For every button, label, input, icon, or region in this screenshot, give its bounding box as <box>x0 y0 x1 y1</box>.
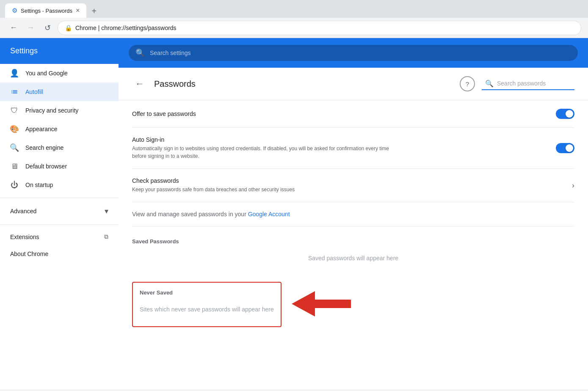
sidebar-header: Settings <box>0 38 119 64</box>
active-tab[interactable]: ⚙ Settings - Passwords × <box>5 3 86 18</box>
tab-title: Settings - Passwords <box>21 8 72 14</box>
google-account-link[interactable]: Google Account <box>248 211 290 218</box>
never-saved-empty: Sites which never save passwords will ap… <box>140 299 274 319</box>
sidebar-item-on-startup[interactable]: ⏻ On startup <box>0 176 119 194</box>
content-header: ← Passwords ? 🔍 <box>119 68 588 100</box>
offer-save-label: Offer to save passwords <box>132 110 556 117</box>
chevron-down-icon: ▾ <box>105 207 108 216</box>
list-icon <box>10 88 19 96</box>
google-account-text: View and manage saved passwords in your <box>132 211 248 218</box>
check-passwords-label: Check passwords <box>132 177 572 184</box>
search-passwords-icon: 🔍 <box>485 80 494 88</box>
passwords-back-button[interactable]: ← <box>132 76 147 91</box>
back-nav-button[interactable]: ← <box>7 21 20 35</box>
browser-window: ⚙ Settings - Passwords × + ← → ↺ 🔒 Chrom… <box>0 0 588 38</box>
search-passwords-wrap[interactable]: 🔍 <box>482 78 574 90</box>
never-saved-title: Never Saved <box>140 289 274 299</box>
auto-signin-row: Auto Sign-in Automatically sign in to we… <box>132 128 574 169</box>
address-text: Chrome | chrome://settings/passwords <box>75 25 177 31</box>
page-title: Passwords <box>154 79 196 89</box>
advanced-label: Advanced <box>10 208 36 215</box>
passwords-content: ← Passwords ? 🔍 Offer to save passwords <box>119 68 588 389</box>
offer-save-text: Offer to save passwords <box>132 110 556 117</box>
offer-save-toggle[interactable] <box>556 109 574 119</box>
auto-signin-text: Auto Sign-in Automatically sign in to we… <box>132 136 556 160</box>
tab-bar: ⚙ Settings - Passwords × + <box>0 0 588 18</box>
saved-passwords-title: Saved Passwords <box>132 230 574 248</box>
check-passwords-row[interactable]: Check passwords Keep your passwords safe… <box>132 169 574 202</box>
sidebar-about-chrome[interactable]: About Chrome <box>0 245 119 262</box>
saved-passwords-empty: Saved passwords will appear here <box>132 248 574 268</box>
sidebar-divider-2 <box>0 224 119 225</box>
search-passwords-input[interactable] <box>497 80 571 87</box>
address-bar[interactable]: 🔒 Chrome | chrome://settings/passwords <box>58 21 581 35</box>
check-passwords-chevron: › <box>572 181 574 190</box>
person-icon: 👤 <box>10 69 19 77</box>
never-saved-box: Never Saved Sites which never save passw… <box>132 282 282 327</box>
reload-button[interactable]: ↺ <box>41 21 54 35</box>
never-saved-area: Never Saved Sites which never save passw… <box>132 275 574 334</box>
browser-icon: 🖥 <box>10 162 19 171</box>
google-account-row: View and manage saved passwords in your … <box>132 202 574 226</box>
extensions-label: Extensions <box>10 234 39 240</box>
saved-passwords-section: Saved Passwords Saved passwords will app… <box>132 226 574 272</box>
sidebar-item-search-engine[interactable]: 🔍 Search engine <box>0 138 119 157</box>
search-icon: 🔍 <box>10 143 19 152</box>
sidebar: Settings 👤 You and Google Autofill 🛡 Pri… <box>0 38 119 389</box>
red-arrow-icon <box>292 289 351 320</box>
new-tab-button[interactable]: + <box>88 5 100 18</box>
tab-close-btn[interactable]: × <box>76 7 80 14</box>
external-link-icon: ⧉ <box>104 233 108 240</box>
red-arrow-container <box>282 289 361 320</box>
auto-signin-label: Auto Sign-in <box>132 136 556 143</box>
sidebar-title: Settings <box>10 47 38 55</box>
arrow-svg <box>292 289 351 319</box>
content-body: Offer to save passwords Auto Sign-in Aut… <box>119 100 588 334</box>
sidebar-item-you-and-google[interactable]: 👤 You and Google <box>0 64 119 83</box>
settings-search-wrap[interactable]: 🔍 <box>129 45 578 61</box>
sidebar-item-default-browser[interactable]: 🖥 Default browser <box>0 157 119 176</box>
nav-bar: ← → ↺ 🔒 Chrome | chrome://settings/passw… <box>0 18 588 38</box>
auto-signin-toggle[interactable] <box>556 143 574 153</box>
power-icon: ⏻ <box>10 181 19 189</box>
shield-icon: 🛡 <box>10 106 19 115</box>
sidebar-divider-1 <box>0 198 119 198</box>
sidebar-extensions[interactable]: Extensions ⧉ <box>0 228 119 245</box>
lock-icon: 🔒 <box>65 25 72 31</box>
palette-icon: 🎨 <box>10 125 19 133</box>
sidebar-item-appearance[interactable]: 🎨 Appearance <box>0 120 119 138</box>
right-panel: 🔍 ← Passwords ? 🔍 <box>119 38 588 389</box>
app-container: Settings 👤 You and Google Autofill 🛡 Pri… <box>0 38 588 389</box>
tab-favicon: ⚙ <box>12 7 17 14</box>
sidebar-advanced-section[interactable]: Advanced ▾ <box>0 201 119 221</box>
auto-signin-desc: Automatically sign in to websites using … <box>132 145 403 160</box>
settings-search-input[interactable] <box>150 50 571 56</box>
forward-nav-button[interactable]: → <box>24 21 37 35</box>
check-passwords-text: Check passwords Keep your passwords safe… <box>132 177 572 193</box>
check-passwords-desc: Keep your passwords safe from data breac… <box>132 186 403 193</box>
settings-search-icon: 🔍 <box>135 48 145 58</box>
svg-marker-0 <box>292 291 351 317</box>
header-actions: ? 🔍 <box>460 76 574 91</box>
sidebar-item-privacy-security[interactable]: 🛡 Privacy and security <box>0 101 119 120</box>
settings-search-bar: 🔍 <box>119 38 588 68</box>
offer-save-passwords-row: Offer to save passwords <box>132 100 574 128</box>
sidebar-item-autofill[interactable]: Autofill <box>0 83 119 101</box>
help-button[interactable]: ? <box>460 76 475 91</box>
